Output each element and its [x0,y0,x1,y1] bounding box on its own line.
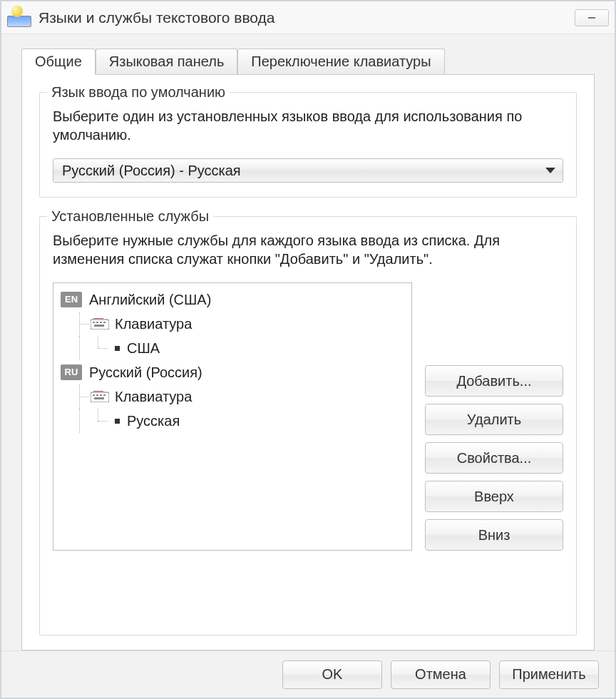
lang-name-ru: Русский (Россия) [89,360,202,384]
svg-rect-12 [100,394,102,396]
default-language-dropdown[interactable]: Русский (Россия) - Русская [53,158,563,183]
bullet-icon [115,419,120,424]
keyboard-icon [91,318,109,330]
window-buttons [575,9,609,26]
default-language-description: Выберите один из установленных языков вв… [53,107,563,144]
lang-tag-en: EN [61,292,82,307]
installed-services-description: Выберите нужные службы для каждого языка… [53,231,563,268]
default-language-selected: Русский (Россия) - Русская [62,163,241,179]
tab-general[interactable]: Общие [21,49,96,75]
client-area: Общие Языковая панель Переключение клави… [1,34,615,650]
category-label-en: Клавиатура [115,312,192,336]
chevron-down-icon [545,168,555,173]
services-tree[interactable]: EN Английский (США) Клавиатура [53,282,412,551]
layout-label-en: США [127,336,160,360]
svg-rect-13 [103,394,106,396]
move-down-button[interactable]: Вниз [425,519,563,551]
ok-button[interactable]: OK [282,660,382,689]
lang-node-en[interactable]: EN Английский (США) [56,287,409,312]
lang-name-en: Английский (США) [89,287,211,312]
tab-content: Язык ввода по умолчанию Выберите один из… [21,74,595,650]
category-node-en[interactable]: Клавиатура [56,312,409,336]
category-node-ru[interactable]: Клавиатура [56,384,409,409]
group-installed-services-legend: Установленные службы [47,208,213,225]
remove-button[interactable]: Удалить [425,404,563,435]
add-button[interactable]: Добавить... [425,365,563,397]
window-title: Языки и службы текстового ввода [38,9,575,26]
keyboard-icon [91,391,109,402]
group-default-language: Язык ввода по умолчанию Выберите один из… [39,92,577,198]
lang-tag-ru: RU [61,364,82,380]
layout-node-en[interactable]: США [56,336,409,360]
properties-button[interactable]: Свойства... [425,442,563,474]
svg-rect-11 [96,394,98,396]
cancel-button[interactable]: Отмена [391,660,491,689]
svg-rect-6 [103,322,106,323]
services-side-buttons: Добавить... Удалить Свойства... Вверх Вн… [425,282,563,551]
svg-rect-10 [93,394,95,396]
window: Языки и службы текстового ввода Общие Яз… [0,0,616,699]
group-installed-services: Установленные службы Выберите нужные слу… [39,216,577,636]
svg-rect-5 [100,322,102,323]
app-icon [7,9,31,27]
move-up-button[interactable]: Вверх [425,481,563,512]
bullet-icon [115,346,120,351]
lang-node-ru[interactable]: RU Русский (Россия) [56,360,409,384]
svg-rect-4 [96,322,98,323]
svg-marker-0 [545,168,555,173]
category-label-ru: Клавиатура [115,384,192,409]
group-default-language-legend: Язык ввода по умолчанию [47,84,230,101]
dialog-button-bar: OK Отмена Применить [1,650,615,698]
svg-rect-14 [94,397,104,399]
layout-label-ru: Русская [127,409,180,433]
tab-language-bar[interactable]: Языковая панель [96,49,238,74]
tabstrip: Общие Языковая панель Переключение клави… [21,47,595,74]
svg-rect-7 [94,325,104,327]
apply-button[interactable]: Применить [499,660,599,689]
minimize-button[interactable] [575,9,609,26]
layout-node-ru[interactable]: Русская [56,409,409,433]
titlebar: Языки и службы текстового ввода [1,1,615,34]
tab-keyboard-switching[interactable]: Переключение клавиатуры [237,49,444,74]
svg-rect-3 [93,322,95,323]
